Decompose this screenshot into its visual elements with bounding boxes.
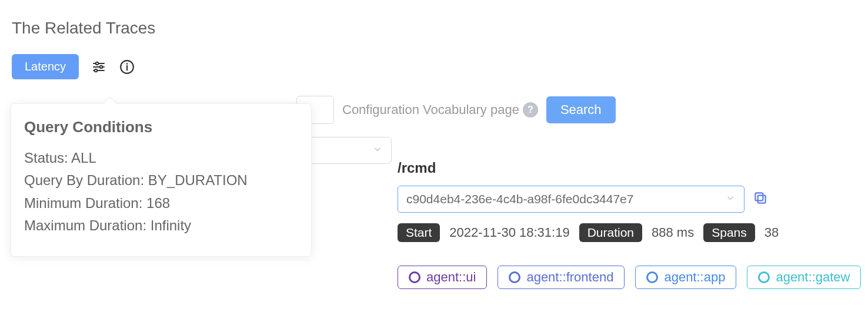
agent-ring-icon	[646, 271, 658, 283]
agent-chip[interactable]: agent::frontend	[498, 266, 625, 289]
agent-ring-icon	[409, 271, 420, 283]
info-icon[interactable]	[119, 59, 135, 75]
agents-row: agent::uiagent::frontendagent::appagent:…	[398, 266, 868, 289]
toolbar: Latency	[12, 54, 856, 79]
agent-chip[interactable]: agent::app	[635, 266, 736, 289]
chevron-down-icon	[372, 144, 383, 157]
trace-detail-panel: /rcmd c90d4eb4-236e-4c4b-a98f-6fe0dc3447…	[398, 160, 868, 289]
start-tag: Start	[398, 223, 440, 242]
svg-rect-10	[755, 193, 763, 200]
trace-id-select[interactable]: c90d4eb4-236e-4c4b-a98f-6fe0dc3447e7	[398, 186, 745, 213]
spans-value: 38	[764, 225, 779, 240]
endpoint-title: /rcmd	[398, 160, 868, 176]
duration-value: 888 ms	[652, 225, 694, 240]
chevron-down-icon	[725, 192, 736, 206]
max-duration-line: Maximum Duration: Infinity	[24, 214, 298, 237]
help-icon[interactable]: ?	[523, 102, 538, 118]
config-vocab-text: Configuration Vocabulary page	[342, 102, 519, 118]
agent-ring-icon	[509, 271, 520, 283]
popover-title: Query Conditions	[24, 118, 298, 136]
query-conditions-popover: Query Conditions Status: ALL Query By Du…	[11, 103, 312, 257]
agent-chip[interactable]: agent::ui	[398, 266, 487, 289]
svg-point-5	[95, 69, 97, 71]
agent-label: agent::frontend	[526, 270, 613, 285]
search-button[interactable]: Search	[546, 96, 616, 123]
page-title: The Related Traces	[12, 19, 856, 38]
agent-label: agent::ui	[426, 270, 476, 285]
agent-ring-icon	[758, 271, 770, 283]
start-value: 2022-11-30 18:31:19	[449, 225, 569, 240]
duration-tag: Duration	[579, 223, 642, 242]
svg-point-1	[96, 62, 98, 64]
min-duration-line: Minimum Duration: 168	[24, 192, 298, 214]
trace-meta-row: Start 2022-11-30 18:31:19 Duration 888 m…	[398, 223, 868, 242]
svg-rect-9	[758, 196, 766, 203]
spans-tag: Spans	[703, 223, 755, 242]
query-by-line: Query By Duration: BY_DURATION	[24, 169, 298, 192]
trace-id-value: c90d4eb4-236e-4c4b-a98f-6fe0dc3447e7	[406, 192, 633, 206]
status-line: Status: ALL	[24, 147, 298, 169]
config-vocab-label: Configuration Vocabulary page ?	[342, 102, 538, 118]
sliders-icon[interactable]	[91, 59, 107, 75]
agent-chip[interactable]: agent::gatew	[747, 266, 861, 289]
copy-icon[interactable]	[753, 190, 768, 208]
agent-label: agent::gatew	[776, 270, 850, 285]
latency-button[interactable]: Latency	[12, 54, 79, 79]
svg-point-3	[100, 65, 102, 68]
svg-point-8	[126, 63, 128, 65]
agent-label: agent::app	[664, 270, 725, 285]
